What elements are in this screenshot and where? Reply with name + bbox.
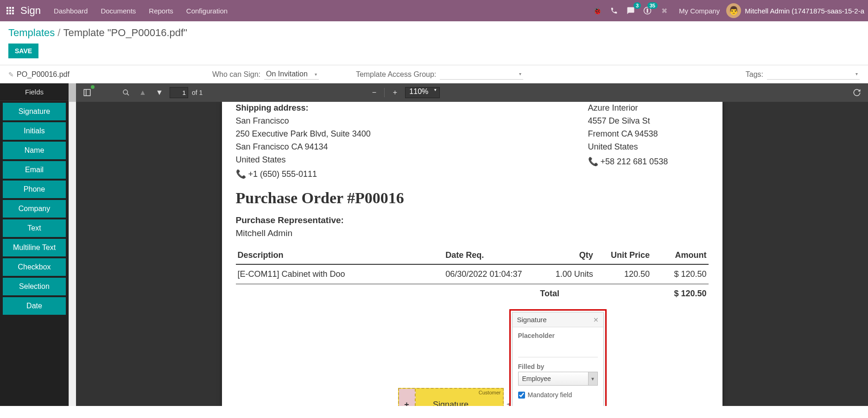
activity-badge: 35 bbox=[647, 2, 658, 9]
zoom-select[interactable]: 110% ▾ bbox=[405, 87, 440, 98]
th-price: Unit Price bbox=[595, 247, 652, 264]
apps-icon[interactable] bbox=[4, 4, 17, 17]
chevron-down-icon: ▼ bbox=[588, 372, 597, 385]
filled-by-label: Filled by bbox=[518, 363, 598, 370]
field-text[interactable]: Text bbox=[3, 219, 66, 237]
who-sign-label: Who can Sign: bbox=[212, 70, 260, 79]
zoom-in-icon[interactable]: + bbox=[388, 86, 401, 99]
page-number-input[interactable] bbox=[170, 87, 188, 98]
pdf-toolbar: ▲ ▼ of 1 − + 110% ▾ bbox=[76, 83, 868, 102]
resize-handle[interactable]: + bbox=[399, 389, 416, 406]
shipping-address: Shipping address: San Francisco 250 Exec… bbox=[236, 102, 371, 181]
save-button[interactable]: SAVE bbox=[8, 44, 38, 58]
tags-select[interactable]: ▾ bbox=[767, 69, 860, 80]
file-name-field[interactable]: ✎ PO_P00016.pdf bbox=[8, 70, 203, 79]
access-group-select[interactable]: ▾ bbox=[440, 69, 523, 80]
phone-icon: 📞 +58 212 681 0538 bbox=[588, 156, 709, 168]
vendor-address: Azure Interior 4557 De Silva St Fremont … bbox=[588, 102, 709, 181]
svg-line-3 bbox=[127, 94, 129, 95]
caret-icon: ▾ bbox=[855, 71, 858, 76]
placeholder-input[interactable] bbox=[518, 341, 598, 357]
mandatory-label: Mandatory field bbox=[528, 391, 572, 399]
th-description: Description bbox=[236, 247, 444, 264]
who-sign-select[interactable]: On Invitation ▾ bbox=[264, 69, 319, 80]
page-down-icon[interactable]: ▼ bbox=[153, 86, 166, 99]
order-table: Description Date Req. Qty Unit Price Amo… bbox=[236, 247, 709, 303]
activity-icon[interactable]: 35 bbox=[640, 3, 655, 18]
fields-sidebar: Fields Signature Initials Name Email Pho… bbox=[0, 83, 69, 406]
pdf-viewer: Fields Signature Initials Name Email Pho… bbox=[0, 83, 868, 406]
role-label: Customer bbox=[479, 390, 501, 395]
field-signature[interactable]: Signature bbox=[3, 103, 66, 120]
signature-field-widget[interactable]: + Customer Signature bbox=[398, 388, 504, 406]
field-phone[interactable]: Phone bbox=[3, 181, 66, 198]
template-meta-row: ✎ PO_P00016.pdf Who can Sign: On Invitat… bbox=[0, 65, 868, 83]
signature-field-label: Signature bbox=[433, 400, 469, 406]
field-company[interactable]: Company bbox=[3, 200, 66, 218]
rep-label: Purchase Representative: bbox=[236, 215, 709, 225]
th-qty: Qty bbox=[538, 247, 595, 264]
bug-icon[interactable]: 🐞 bbox=[590, 3, 605, 18]
field-date[interactable]: Date bbox=[3, 297, 66, 315]
field-settings-popup: Signature ✕ Placeholder Filled by Employ… bbox=[512, 312, 604, 406]
file-name-text: PO_P00016.pdf bbox=[17, 70, 70, 79]
nav-configuration[interactable]: Configuration bbox=[186, 7, 228, 15]
breadcrumb-root[interactable]: Templates bbox=[8, 27, 55, 39]
svg-rect-0 bbox=[84, 89, 90, 96]
search-icon[interactable] bbox=[120, 86, 133, 99]
toggle-sidebar-icon[interactable] bbox=[81, 86, 94, 99]
placeholder-label: Placeholder bbox=[518, 332, 598, 339]
mandatory-checkbox[interactable] bbox=[518, 392, 525, 399]
popup-title: Signature bbox=[517, 316, 547, 324]
top-navbar: Sign Dashboard Documents Reports Configu… bbox=[0, 0, 868, 21]
field-selection[interactable]: Selection bbox=[3, 278, 66, 295]
tools-icon[interactable]: ✖ bbox=[657, 3, 672, 18]
nav-documents[interactable]: Documents bbox=[101, 7, 136, 15]
field-multiline-text[interactable]: Multiline Text bbox=[3, 239, 66, 256]
filled-by-select[interactable]: Employee ▼ bbox=[518, 372, 598, 386]
field-email[interactable]: Email bbox=[3, 161, 66, 179]
avatar[interactable]: 👨 bbox=[726, 3, 741, 18]
breadcrumb-current: Template "PO_P00016.pdf" bbox=[63, 27, 187, 39]
page-total-label: of 1 bbox=[192, 89, 203, 96]
breadcrumb: Templates / Template "PO_P00016.pdf" bbox=[0, 21, 868, 42]
access-group-label: Template Access Group: bbox=[356, 70, 436, 79]
nav-reports[interactable]: Reports bbox=[149, 7, 173, 15]
document-title: Purchase Order #P00016 bbox=[236, 189, 709, 207]
table-row: [E-COM11] Cabinet with Doo 06/30/2022 01… bbox=[236, 264, 709, 284]
caret-icon: ▾ bbox=[519, 71, 521, 76]
viewer-main: ▲ ▼ of 1 − + 110% ▾ Shipping address: bbox=[76, 83, 868, 406]
close-icon[interactable]: ✕ bbox=[593, 316, 599, 324]
total-row: Total $ 120.50 bbox=[236, 284, 709, 304]
zoom-out-icon[interactable]: − bbox=[367, 86, 380, 99]
tags-label: Tags: bbox=[746, 70, 763, 79]
nav-dashboard[interactable]: Dashboard bbox=[54, 7, 88, 15]
field-checkbox[interactable]: Checkbox bbox=[3, 258, 66, 276]
rep-name: Mitchell Admin bbox=[236, 228, 709, 238]
brand-label[interactable]: Sign bbox=[20, 5, 41, 17]
breadcrumb-separator: / bbox=[57, 27, 60, 39]
fields-header: Fields bbox=[0, 83, 69, 101]
sidebar-scrollbar[interactable] bbox=[69, 83, 76, 406]
page-area[interactable]: Shipping address: San Francisco 250 Exec… bbox=[76, 102, 868, 406]
caret-icon: ▾ bbox=[315, 72, 317, 77]
refresh-icon[interactable] bbox=[850, 86, 863, 99]
company-selector[interactable]: My Company bbox=[679, 7, 720, 15]
page-up-icon[interactable]: ▲ bbox=[136, 86, 149, 99]
chat-icon[interactable]: 3 bbox=[623, 3, 638, 18]
th-amount: Amount bbox=[652, 247, 708, 264]
pdf-page: Shipping address: San Francisco 250 Exec… bbox=[222, 102, 722, 406]
field-name[interactable]: Name bbox=[3, 142, 66, 159]
phone-icon: 📞 +1 (650) 555-0111 bbox=[236, 168, 371, 181]
svg-point-2 bbox=[123, 90, 127, 94]
pencil-icon: ✎ bbox=[8, 71, 14, 78]
user-menu[interactable]: Mitchell Admin (17471875-saas-15-2-a bbox=[745, 7, 864, 15]
phone-icon[interactable] bbox=[607, 3, 621, 18]
field-initials[interactable]: Initials bbox=[3, 122, 66, 140]
th-date: Date Req. bbox=[444, 247, 538, 264]
